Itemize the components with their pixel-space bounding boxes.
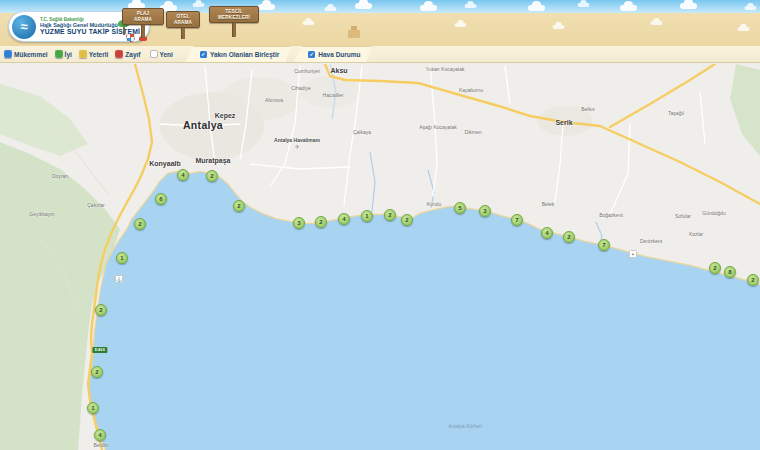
beach-marker[interactable]: 1: [361, 210, 373, 222]
cloud-icon: [455, 23, 467, 27]
legend-item: İyi: [55, 50, 72, 58]
beach-marker[interactable]: 1: [116, 252, 128, 264]
cloud-icon: [651, 21, 663, 25]
beach-marker[interactable]: 2: [91, 366, 103, 378]
road-badge-d400: D400: [92, 347, 107, 353]
cloud-icon: [465, 4, 477, 8]
cloud-icon: [355, 3, 372, 9]
legend-color-swatch: [79, 50, 87, 58]
beach-marker[interactable]: 2: [233, 200, 245, 212]
map-canvas[interactable]: Antalya Havalimanı ✈ D400 ⚓ ✦ Antalya Kö…: [0, 64, 760, 450]
sign-tescil-merkezleri[interactable]: TESCİL MERKEZLERİ: [209, 6, 259, 37]
sandcastle-icon: [348, 30, 360, 38]
beach-marker[interactable]: 4: [94, 429, 106, 441]
legend-item: Mükemmel: [4, 50, 48, 58]
sign-label: ARAMA: [170, 20, 196, 26]
toolbar-tab[interactable]: ✓Hava Durumu: [293, 46, 372, 62]
beach-marker[interactable]: 7: [511, 214, 523, 226]
beach-marker[interactable]: 4: [177, 169, 189, 181]
checkbox-icon[interactable]: ✓: [308, 51, 315, 58]
checkbox-icon[interactable]: ✓: [200, 51, 207, 58]
beach-marker[interactable]: 2: [401, 214, 413, 226]
beach-marker[interactable]: 6: [155, 193, 167, 205]
beach-marker[interactable]: 2: [315, 216, 327, 228]
sign-otel-arama[interactable]: OTEL ARAMA: [166, 11, 200, 39]
sign-post: [181, 28, 185, 39]
new-marker-swatch: [150, 50, 158, 58]
beach-marker[interactable]: 2: [709, 262, 721, 274]
beach-marker[interactable]: 4: [541, 227, 553, 239]
cloud-icon: [578, 3, 590, 7]
beach-marker[interactable]: 2: [134, 218, 146, 230]
toolbar-tabs: ✓Yakın Olanları Birleştir✓Hava Durumu: [185, 46, 375, 62]
beach-marker[interactable]: 1: [87, 402, 99, 414]
poi-icon[interactable]: ✦: [629, 250, 637, 258]
beach-marker[interactable]: 3: [293, 217, 305, 229]
header-banner: ≈ T.C. Sağlık Bakanlığı Halk Sağlığı Gen…: [0, 0, 760, 46]
legend-label: Yeni: [160, 51, 173, 58]
legend-label: Mükemmel: [14, 51, 48, 58]
cloud-icon: [553, 25, 565, 29]
beach-marker[interactable]: 8: [724, 266, 736, 278]
toolbar-tab[interactable]: ✓Yakın Olanları Birleştir: [185, 46, 291, 62]
marina-anchor-icon[interactable]: ⚓: [115, 275, 123, 283]
legend-color-swatch: [115, 50, 123, 58]
beach-marker[interactable]: 2: [384, 209, 396, 221]
beach-marker[interactable]: 2: [747, 274, 759, 286]
cloud-icon: [303, 21, 315, 25]
beach-marker[interactable]: 2: [206, 170, 218, 182]
cloud-icon: [620, 5, 637, 11]
legend-item-yeni: Yeni: [150, 50, 173, 58]
quality-legend: MükemmelİyiYeterliZayıf: [4, 50, 141, 58]
legend-label: Yeterli: [89, 51, 109, 58]
beach-marker[interactable]: 2: [563, 231, 575, 243]
legend-color-swatch: [4, 50, 12, 58]
cloud-icon: [193, 3, 205, 7]
tab-label: Yakın Olanları Birleştir: [210, 51, 279, 58]
map-art: [0, 64, 760, 450]
beach-marker[interactable]: 4: [338, 213, 350, 225]
legend-label: İyi: [65, 51, 72, 58]
beach-marker[interactable]: 3: [479, 205, 491, 217]
tab-label: Hava Durumu: [318, 51, 360, 58]
beach-marker[interactable]: 5: [454, 202, 466, 214]
beach-marker[interactable]: 7: [598, 239, 610, 251]
cloud-icon: [258, 4, 275, 10]
wave-icon: ≈: [12, 15, 36, 39]
cloud-icon: [738, 27, 750, 31]
cloud-icon: [680, 3, 697, 9]
sign-plaj-arama[interactable]: PLAJ ARAMA: [122, 8, 164, 38]
sign-label: ARAMA: [126, 17, 160, 23]
cloud-icon: [528, 5, 545, 11]
legend-item: Zayıf: [115, 50, 140, 58]
toolbar: MükemmelİyiYeterliZayıf Yeni ✓Yakın Olan…: [0, 46, 760, 63]
legend-color-swatch: [55, 50, 63, 58]
beach-marker[interactable]: 2: [95, 304, 107, 316]
cloud-icon: [420, 5, 437, 11]
cloud-icon: [325, 7, 337, 11]
legend-label: Zayıf: [125, 51, 140, 58]
sign-post: [141, 25, 145, 38]
sign-post: [232, 23, 236, 37]
cloud-icon: [745, 6, 757, 10]
legend-item: Yeterli: [79, 50, 109, 58]
sign-label: MERKEZLERİ: [213, 15, 255, 21]
